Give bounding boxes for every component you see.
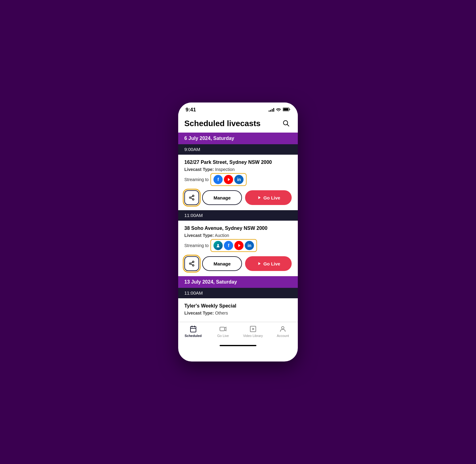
tab-account[interactable]: Account — [268, 325, 298, 338]
youtube-icon-2 — [234, 241, 244, 250]
linkedin-icon-1: in — [234, 175, 244, 184]
wifi-icon — [276, 108, 281, 112]
share-button-2[interactable] — [184, 256, 199, 271]
streaming-row-1: Streaming to f in — [184, 173, 292, 186]
svg-point-26 — [282, 327, 284, 329]
livecast-card-1: 162/27 Park Street, Sydney NSW 2000 Live… — [178, 155, 298, 210]
svg-line-17 — [191, 262, 193, 263]
time-text-2: 11:00AM — [184, 213, 203, 218]
manage-button-1[interactable]: Manage — [202, 190, 242, 205]
livecast-card-3: Tyler's Weekly Special Livecast Type: Ot… — [178, 298, 298, 322]
address-3: Tyler's Weekly Special — [184, 303, 292, 309]
phone-frame: 9:41 — [178, 102, 298, 362]
livecast-type-3: Livecast Type: Others — [184, 311, 292, 315]
tab-videolibrary-label: Video Library — [243, 334, 263, 338]
time-text-1: 9:00AM — [184, 147, 200, 152]
svg-marker-12 — [238, 244, 240, 247]
golive-button-2[interactable]: Go Live — [245, 256, 292, 271]
tab-bar: Scheduled Go Live Video Library Account — [178, 322, 298, 344]
home-indicator — [220, 345, 256, 346]
svg-line-8 — [191, 198, 193, 199]
tab-golive[interactable]: Go Live — [208, 325, 238, 338]
tab-account-label: Account — [277, 334, 289, 338]
date-text-2: 13 July 2024, Saturday — [184, 279, 237, 284]
svg-line-3 — [287, 125, 289, 126]
address-2: 38 Soho Avenue, Sydney NSW 2000 — [184, 226, 292, 231]
time-row-2: 11:00AM — [178, 210, 298, 221]
date-text-1: 6 July 2024, Saturday — [184, 136, 234, 141]
person-icon — [279, 325, 286, 333]
youtube-icon-1 — [224, 175, 233, 184]
periscope-icon-2 — [213, 241, 223, 250]
golive-button-1[interactable]: Go Live — [245, 190, 292, 205]
calendar-icon — [190, 325, 197, 333]
streaming-platforms-2: f in — [210, 239, 257, 252]
svg-rect-19 — [190, 327, 196, 332]
time-row-1: 9:00AM — [178, 144, 298, 155]
svg-marker-10 — [258, 196, 260, 199]
video-icon — [219, 325, 227, 333]
status-icons — [269, 107, 290, 112]
svg-marker-4 — [228, 178, 230, 181]
svg-rect-23 — [220, 327, 225, 331]
date-header-1: 6 July 2024, Saturday — [178, 133, 298, 144]
tab-golive-label: Go Live — [217, 334, 229, 338]
tab-scheduled-label: Scheduled — [185, 334, 202, 338]
streaming-label-1: Streaming to — [184, 177, 209, 182]
content-area: 6 July 2024, Saturday 9:00AM 162/27 Park… — [178, 133, 298, 322]
time-row-3: 11:00AM — [178, 288, 298, 298]
svg-line-9 — [191, 196, 193, 197]
manage-button-2[interactable]: Manage — [202, 256, 242, 271]
signal-icon — [269, 108, 274, 112]
livecast-type-2: Livecast Type: Auction — [184, 233, 292, 238]
tab-videolibrary[interactable]: Video Library — [238, 325, 268, 338]
livecast-type-1: Livecast Type: Inspection — [184, 167, 292, 172]
date-header-2: 13 July 2024, Saturday — [178, 276, 298, 288]
play-icon — [249, 325, 257, 333]
svg-marker-25 — [252, 328, 255, 330]
status-bar: 9:41 — [178, 102, 298, 113]
address-1: 162/27 Park Street, Sydney NSW 2000 — [184, 160, 292, 165]
page-title: Scheduled livecasts — [184, 119, 261, 128]
streaming-label-2: Streaming to — [184, 243, 209, 248]
svg-rect-1 — [283, 108, 289, 111]
tab-scheduled[interactable]: Scheduled — [178, 325, 208, 338]
linkedin-icon-2: in — [245, 241, 254, 250]
svg-point-11 — [217, 244, 219, 246]
svg-marker-18 — [258, 262, 260, 265]
search-button[interactable] — [281, 118, 292, 129]
facebook-icon-1: f — [213, 175, 223, 184]
share-button-1[interactable] — [184, 190, 199, 205]
streaming-row-2: Streaming to f in — [184, 239, 292, 252]
streaming-platforms-1: f in — [210, 173, 247, 186]
facebook-icon-2: f — [224, 241, 233, 250]
page-header: Scheduled livecasts — [178, 113, 298, 133]
status-time: 9:41 — [186, 107, 196, 113]
livecast-card-2: 38 Soho Avenue, Sydney NSW 2000 Livecast… — [178, 221, 298, 276]
action-row-1: Manage Go Live — [184, 190, 292, 205]
time-text-3: 11:00AM — [184, 290, 203, 296]
action-row-2: Manage Go Live — [184, 256, 292, 271]
battery-icon — [283, 107, 290, 112]
svg-line-16 — [191, 264, 193, 265]
